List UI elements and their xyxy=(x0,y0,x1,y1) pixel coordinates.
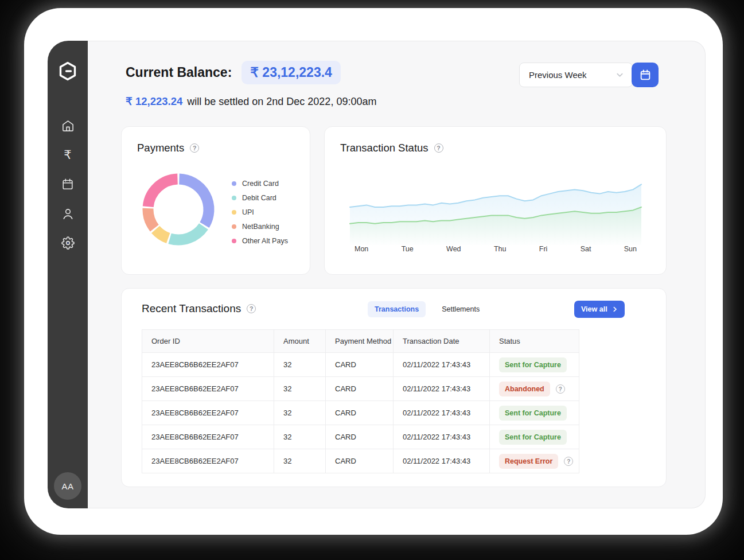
cell-amount: 32 xyxy=(274,353,326,377)
calendar-white-icon xyxy=(639,69,652,81)
transaction-status-card: Transaction Status ? MonTueWedThuFriSatS… xyxy=(324,126,667,275)
table-row: 23AEE8CB6B62EE2AF0732CARD02/11/2022 17:4… xyxy=(142,353,579,377)
status-badge: Request Error xyxy=(499,454,558,469)
transactions-help-icon[interactable]: ? xyxy=(247,304,256,313)
view-all-button[interactable]: View all xyxy=(574,301,625,318)
device-frame: ₹ xyxy=(24,8,723,535)
donut-segment-upi xyxy=(155,230,168,238)
table-header-row: Order IDAmountPayment MethodTransaction … xyxy=(142,330,579,353)
chevron-right-icon xyxy=(612,306,618,312)
cell-status: Sent for Capture xyxy=(490,353,579,377)
donut-segment-netbanking xyxy=(148,208,154,228)
status-x-axis-labels: MonTueWedThuFriSatSun xyxy=(346,245,645,253)
balance-value: ₹ 23,12,223.4 xyxy=(241,61,341,84)
rupee-icon[interactable]: ₹ xyxy=(61,148,75,162)
x-tick-label: Mon xyxy=(355,245,368,253)
settings-icon[interactable] xyxy=(61,236,75,250)
transactions-title: Recent Transactions xyxy=(142,302,241,315)
legend-item: Other Alt Pays xyxy=(232,234,288,248)
table-row: 23AEE8CB6B62EE2AF0732CARD02/11/2022 17:4… xyxy=(142,401,579,425)
period-controls: Previous Week xyxy=(519,63,659,87)
payments-card-title: Payments xyxy=(137,142,184,154)
status-line-chart xyxy=(346,170,645,246)
donut-segment-credit-card xyxy=(179,179,209,225)
column-header: Status xyxy=(490,330,579,353)
table-row: 23AEE8CB6B62EE2AF0732CARD02/11/2022 17:4… xyxy=(142,377,579,401)
legend-item: UPI xyxy=(232,205,288,219)
legend-label: UPI xyxy=(242,208,254,216)
legend-dot-icon xyxy=(232,181,236,186)
status-help-icon[interactable]: ? xyxy=(434,143,443,153)
settlement-amount: ₹ 12,223.24 xyxy=(126,95,182,108)
legend-label: Other Alt Pays xyxy=(242,237,288,245)
legend-dot-icon xyxy=(232,210,236,215)
balance-row: Current Balance: ₹ 23,12,223.4 xyxy=(126,61,341,84)
table-row: 23AEE8CB6B62EE2AF0732CARD02/11/2022 17:4… xyxy=(142,449,579,473)
cell-payment-method: CARD xyxy=(326,449,394,473)
cell-amount: 32 xyxy=(274,449,326,473)
x-tick-label: Sat xyxy=(581,245,591,253)
payments-donut-chart xyxy=(141,172,216,247)
status-help-icon[interactable]: ? xyxy=(556,384,565,394)
status-badge: Sent for Capture xyxy=(499,406,567,421)
donut-segment-other-alt-pays xyxy=(148,179,177,207)
cell-status: Sent for Capture xyxy=(490,425,579,449)
avatar[interactable]: AA xyxy=(54,472,81,500)
calendar-picker-button[interactable] xyxy=(632,63,659,87)
legend-dot-icon xyxy=(232,224,236,229)
home-icon[interactable] xyxy=(61,119,75,133)
recent-transactions-card: Recent Transactions ? Transactions Settl… xyxy=(121,288,667,487)
cell-transaction-date: 02/11/2022 17:43:43 xyxy=(394,377,490,401)
sidebar-nav: ₹ xyxy=(61,119,75,250)
sidebar: ₹ xyxy=(48,41,88,508)
period-dropdown[interactable]: Previous Week xyxy=(519,63,633,87)
tab-settlements[interactable]: Settlements xyxy=(435,301,486,317)
tab-transactions[interactable]: Transactions xyxy=(368,301,426,317)
cell-payment-method: CARD xyxy=(326,401,394,425)
legend-dot-icon xyxy=(232,239,236,243)
cell-transaction-date: 02/11/2022 17:43:43 xyxy=(394,353,490,377)
cell-amount: 32 xyxy=(274,425,326,449)
cell-order-id: 23AEE8CB6B62EE2AF07 xyxy=(142,401,274,425)
status-badge: Sent for Capture xyxy=(499,357,567,372)
cell-status: Sent for Capture xyxy=(490,401,579,425)
table-row: 23AEE8CB6B62EE2AF0732CARD02/11/2022 17:4… xyxy=(142,425,579,449)
x-tick-label: Wed xyxy=(446,245,461,253)
legend-item: Debit Card xyxy=(232,190,288,205)
x-tick-label: Thu xyxy=(494,245,507,253)
x-tick-label: Sun xyxy=(624,245,637,253)
cell-order-id: 23AEE8CB6B62EE2AF07 xyxy=(142,425,274,449)
x-tick-label: Fri xyxy=(539,245,548,253)
cell-status: Abandoned? xyxy=(490,377,579,401)
app-window: ₹ xyxy=(48,41,706,508)
calendar-icon[interactable] xyxy=(61,177,75,191)
transactions-header: Recent Transactions ? Transactions Settl… xyxy=(122,289,666,329)
column-header: Order ID xyxy=(142,330,274,353)
cell-transaction-date: 02/11/2022 17:43:43 xyxy=(394,401,490,425)
transactions-tabs: Transactions Settlements xyxy=(368,301,486,317)
user-icon[interactable] xyxy=(61,207,75,220)
chevron-down-icon xyxy=(616,71,624,79)
legend-label: NetBanking xyxy=(242,223,279,231)
cell-payment-method: CARD xyxy=(326,353,394,377)
cell-order-id: 23AEE8CB6B62EE2AF07 xyxy=(142,377,274,401)
legend-item: Credit Card xyxy=(232,176,288,190)
status-badge: Abandoned xyxy=(499,382,550,396)
legend-label: Debit Card xyxy=(242,194,276,202)
main-content: Current Balance: ₹ 23,12,223.4 ₹ 12,223.… xyxy=(88,41,706,508)
settlement-text: will be settled on 2nd Dec 2022, 09:00am xyxy=(187,96,376,108)
legend-dot-icon xyxy=(232,196,236,200)
view-all-label: View all xyxy=(581,305,607,313)
cell-amount: 32 xyxy=(274,377,326,401)
column-header: Amount xyxy=(274,330,326,353)
settlement-info: ₹ 12,223.24 will be settled on 2nd Dec 2… xyxy=(126,95,376,108)
payments-legend: Credit CardDebit CardUPINetBankingOther … xyxy=(232,176,288,248)
legend-label: Credit Card xyxy=(242,180,279,188)
legend-item: NetBanking xyxy=(232,219,288,234)
column-header: Payment Method xyxy=(326,330,394,353)
cell-payment-method: CARD xyxy=(326,425,394,449)
brand-logo-icon xyxy=(58,61,77,81)
status-help-icon[interactable]: ? xyxy=(564,457,573,466)
payments-help-icon[interactable]: ? xyxy=(190,143,199,153)
status-badge: Sent for Capture xyxy=(499,430,567,445)
